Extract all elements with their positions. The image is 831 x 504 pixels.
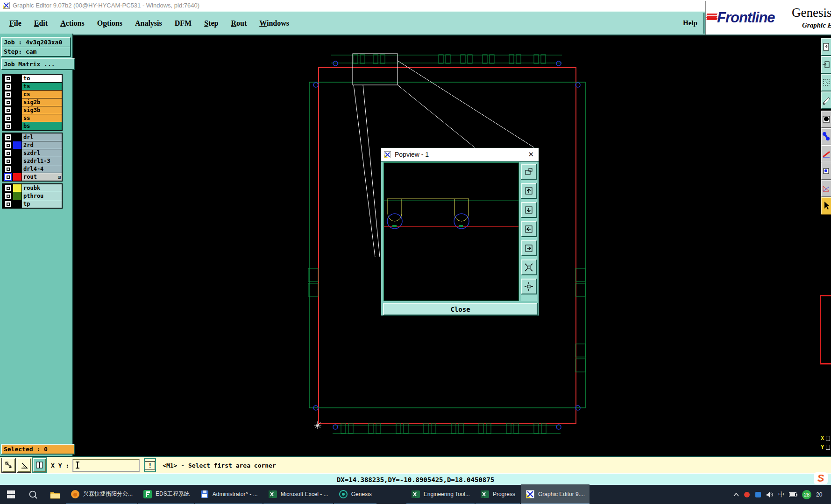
- measure-tool-button[interactable]: [2, 458, 15, 472]
- layer-row-sig3b[interactable]: sig3b: [3, 106, 62, 114]
- zoom-out-button[interactable]: [521, 279, 537, 294]
- layer-row-pthrou[interactable]: pthrou: [3, 192, 62, 200]
- layer-row-roubk[interactable]: roubk: [3, 184, 62, 192]
- search-button[interactable]: [22, 485, 44, 504]
- menu-item-actions[interactable]: Actions: [60, 19, 85, 28]
- layer-row-ts[interactable]: ts: [3, 83, 62, 90]
- y-axis-label: Y: [821, 443, 824, 452]
- layer-checkbox[interactable]: [3, 98, 13, 106]
- menu-item-options[interactable]: Options: [97, 19, 122, 28]
- taskbar-app-eds-[interactable]: EDS工程系统: [138, 484, 194, 504]
- job-matrix-button[interactable]: Job Matrix ...: [1, 58, 75, 70]
- layer-row-cs[interactable]: cs: [3, 91, 62, 98]
- tool-button-slope[interactable]: [821, 145, 831, 163]
- menu-item-analysis[interactable]: Analysis: [135, 19, 162, 28]
- tool-button-angle[interactable]: [821, 180, 831, 197]
- menu-item-file[interactable]: File: [9, 19, 21, 28]
- pan-up-button[interactable]: [521, 183, 537, 199]
- tray-clock[interactable]: 20: [816, 491, 825, 498]
- layer-row-drl[interactable]: drl: [3, 133, 62, 141]
- taskbar-app-engineering-tool-[interactable]: Engineering Tool...: [406, 484, 475, 504]
- layer-row-sig2b[interactable]: sig2b: [3, 98, 62, 106]
- xy-coordinate-input[interactable]: [73, 459, 139, 471]
- angle-tool-button[interactable]: [17, 458, 31, 472]
- layer-checkbox[interactable]: [3, 157, 13, 165]
- layer-checkbox[interactable]: [3, 114, 13, 122]
- tray-message-count-badge[interactable]: 28: [802, 490, 811, 499]
- tool-button-pad[interactable]: [821, 111, 831, 128]
- menu-item-edit[interactable]: Edit: [34, 19, 48, 28]
- popview-new-window-button[interactable]: [521, 164, 537, 180]
- tool-button-pencil[interactable]: [821, 91, 831, 109]
- tray-chevron-up-icon[interactable]: [733, 493, 739, 497]
- tray-volume-icon[interactable]: [766, 491, 774, 498]
- tool-button-arrow-in[interactable]: [821, 56, 831, 74]
- sogou-ime-icon[interactable]: S: [814, 472, 828, 484]
- tray-battery-icon[interactable]: [789, 492, 797, 497]
- layer-checkbox[interactable]: [3, 122, 13, 130]
- layer-row-bs[interactable]: bs: [3, 122, 62, 130]
- layer-row-rout[interactable]: rout⊞: [3, 173, 62, 181]
- layer-name: szdrl1-3: [22, 157, 62, 165]
- layer-checkbox[interactable]: [3, 200, 13, 208]
- layer-row-ss[interactable]: ss: [3, 114, 62, 122]
- popview-close-button[interactable]: Close: [383, 303, 538, 315]
- layer-checkbox[interactable]: [3, 83, 13, 90]
- layer-checkbox[interactable]: [3, 133, 13, 141]
- tray-blue-app-icon[interactable]: [755, 491, 761, 498]
- zoom-in-button[interactable]: [521, 259, 537, 275]
- layer-row-tp[interactable]: tp: [3, 200, 62, 208]
- menu-item-dfm[interactable]: DFM: [175, 19, 192, 28]
- taskbar-app-genesis[interactable]: Genesis: [334, 484, 376, 504]
- prompt-alert-button[interactable]: !: [144, 458, 156, 472]
- taskbar-app-label: Engineering Tool...: [424, 491, 470, 497]
- menu-item-step[interactable]: Step: [204, 19, 218, 28]
- tray-ime-language[interactable]: 中: [778, 490, 784, 499]
- layer-checkbox[interactable]: [3, 173, 13, 181]
- grid-snap-button[interactable]: [33, 458, 46, 472]
- tool-button-net[interactable]: [821, 128, 831, 146]
- menu-item-rout[interactable]: Rout: [231, 19, 247, 28]
- layer-checkbox[interactable]: [3, 106, 13, 114]
- application-window: Graphic Editor 9.07b2 (00@HY-HYCAM-PC531…: [0, 0, 831, 504]
- menu-item-windows[interactable]: Windows: [259, 19, 289, 28]
- layer-checkbox[interactable]: [3, 149, 13, 157]
- tool-button-cursor[interactable]: [821, 197, 831, 215]
- pan-right-button[interactable]: [521, 240, 537, 256]
- tray-red-app-icon[interactable]: [744, 491, 750, 498]
- start-button[interactable]: [0, 485, 22, 504]
- taskbar-app--[interactable]: 兴森快捷衡阳分公...: [66, 484, 137, 504]
- layer-row-szdrl[interactable]: szdrl: [3, 149, 62, 157]
- layer-checkbox[interactable]: [3, 165, 13, 173]
- menu-item-help[interactable]: Help: [683, 12, 697, 35]
- taskbar-app-administrator-[interactable]: Administrator^ - ...: [195, 484, 263, 504]
- layer-checkbox[interactable]: [3, 141, 13, 149]
- layer-group: totscssig2bsig3bssbs: [2, 74, 63, 131]
- popview-source-rect: [353, 54, 398, 85]
- taskbar-app-graphic-editor-9-[interactable]: Graphic Editor 9....: [521, 484, 590, 504]
- popview-canvas[interactable]: [384, 162, 519, 301]
- layer-row-drl4-4[interactable]: drl4-4: [3, 165, 62, 173]
- layer-color-swatch: [13, 83, 22, 90]
- layer-checkbox[interactable]: [3, 91, 13, 98]
- pan-left-button[interactable]: [521, 221, 537, 237]
- layer-name: drl4-4: [22, 165, 62, 173]
- tool-button-dot[interactable]: [821, 162, 831, 180]
- layer-checkbox[interactable]: [3, 184, 13, 192]
- excel-icon: [268, 490, 277, 499]
- popview-close-icon[interactable]: ✕: [528, 150, 534, 159]
- layer-row-szdrl1-3[interactable]: szdrl1-3: [3, 157, 62, 165]
- tool-button-select-box[interactable]: [821, 74, 831, 91]
- layer-color-swatch: [13, 98, 22, 106]
- layer-row-to[interactable]: to: [3, 75, 62, 82]
- taskbar-app-progress[interactable]: Progress: [476, 484, 520, 504]
- pan-down-button[interactable]: [521, 202, 537, 218]
- file-explorer-button[interactable]: [44, 485, 66, 504]
- layer-checkbox[interactable]: [3, 192, 13, 200]
- tool-button-page[interactable]: [821, 38, 831, 56]
- popview-titlebar[interactable]: Popview - 1 ✕: [381, 148, 539, 161]
- layer-checkbox[interactable]: [3, 75, 13, 82]
- layer-row-2rd[interactable]: 2rd: [3, 141, 62, 149]
- taskbar-app-microsoft-excel-[interactable]: Microsoft Excel - ...: [263, 484, 333, 504]
- floppy-icon: [200, 490, 209, 499]
